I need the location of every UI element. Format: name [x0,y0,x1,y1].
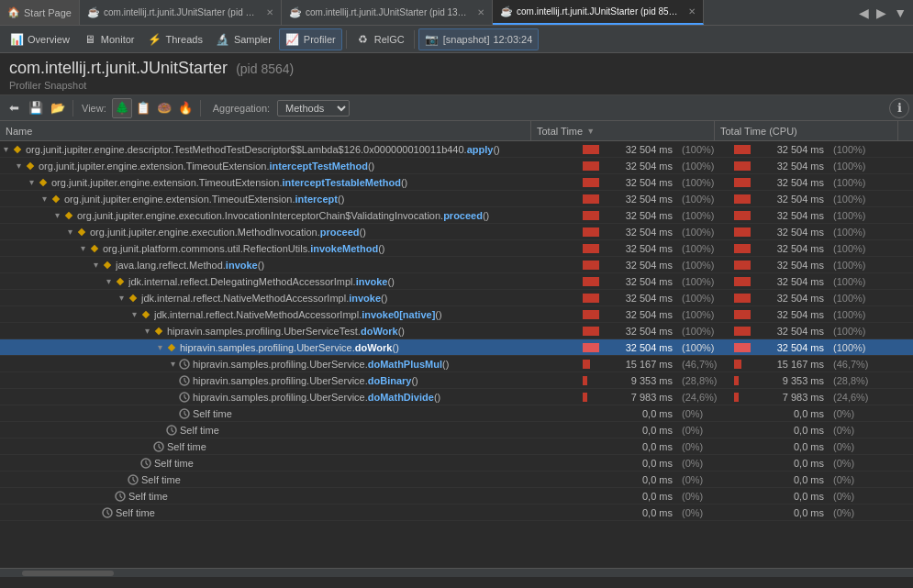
tree-toggle[interactable]: ▾ [116,293,127,304]
table-row[interactable]: ▾hipravin.samples.profiling.UberServiceT… [0,323,913,339]
tab-pid996[interactable]: ☕ com.intellij.rt.junit.JUnitStarter (pi… [80,0,282,25]
total-time: 32 504 ms [605,177,678,188]
tree-toggle[interactable]: ▾ [90,260,101,271]
cpu-bar-fill [734,294,751,303]
svg-line-27 [172,430,173,432]
cpu-time: 32 504 ms [756,144,829,155]
horizontal-scrollbar[interactable] [0,568,913,577]
relgc-button[interactable]: ♻ RelGC [351,28,410,50]
table-row[interactable]: ▾org.junit.jupiter.engine.execution.Meth… [0,224,913,240]
tree-toggle[interactable]: ▾ [26,177,37,188]
total-time: 32 504 ms [605,309,678,320]
table-row[interactable]: Self time0,0 ms(0%)0,0 ms(0%) [0,405,913,422]
profiler-button[interactable]: 📈 Profiler [279,28,342,50]
table-row[interactable]: Self time0,0 ms(0%)0,0 ms(0%) [0,455,913,472]
tree-toggle[interactable]: ▾ [167,359,178,370]
table-row[interactable]: Self time0,0 ms(0%)0,0 ms(0%) [0,422,913,438]
table-row[interactable]: Self time0,0 ms(0%)0,0 ms(0%) [0,438,913,455]
monitor-button[interactable]: 🖥 Monitor [77,28,140,50]
tab-pid13296-close[interactable]: ✕ [477,7,484,17]
svg-rect-3 [52,194,60,202]
method-name: jdk.internal.reflect.NativeMethodAccesso… [154,309,442,320]
table-row[interactable]: ▾org.junit.jupiter.engine.extension.Time… [0,158,913,174]
time-section: 32 504 ms(100%)32 504 ms(100%) [583,326,913,337]
main-content: Name Total Time ▼ Total Time (CPU) ▾org.… [0,121,913,577]
cell-name: ▾java.lang.reflect.Method.invoke() [0,259,583,272]
table-row[interactable]: hipravin.samples.profiling.UberService.d… [0,372,913,389]
profiler-label: Profiler [304,34,336,45]
method-icon [152,325,165,338]
table-row[interactable]: ▾hipravin.samples.profiling.UberService.… [0,356,913,372]
cpu-bar-cell [734,360,756,369]
threads-button[interactable]: ⚡ Threads [142,28,208,50]
tab-start[interactable]: 🏠 Start Page [0,0,80,25]
bar-fill [583,294,599,303]
table-row[interactable]: ▾org.junit.jupiter.engine.execution.Invo… [0,207,913,224]
java-icon-3: ☕ [500,6,513,17]
cpu-bar-cell [734,277,756,286]
table-row[interactable]: Self time0,0 ms(0%)0,0 ms(0%) [0,505,913,521]
tree-toggle[interactable]: ▾ [154,342,165,353]
toolbar-sep-1 [346,30,347,49]
cpu-bar-cell [734,261,756,270]
tab-pid8564-close[interactable]: ✕ [688,6,696,17]
stb-btn-save[interactable]: 💾 [26,98,46,118]
java-icon-1: ☕ [87,6,100,18]
table-row[interactable]: hipravin.samples.profiling.UberService.d… [0,389,913,405]
tab-pid8564-label: com.intellij.rt.junit.JUnitStarter (pid … [517,6,681,17]
table-row[interactable]: ▾org.junit.jupiter.engine.extension.Time… [0,191,913,207]
table-row[interactable]: Self time0,0 ms(0%)0,0 ms(0%) [0,488,913,505]
scrollbar-thumb[interactable] [22,571,114,576]
stb-right: ℹ [889,98,909,118]
table-row[interactable]: ▾hipravin.samples.profiling.UberService.… [0,339,913,356]
tab-nav-right[interactable]: ▶ [874,4,889,22]
overview-button[interactable]: 📊 Overview [4,28,75,50]
table-row[interactable]: ▾jdk.internal.reflect.NativeMethodAccess… [0,306,913,323]
tree-toggle[interactable]: ▾ [13,161,24,172]
tree-toggle[interactable]: ▾ [77,243,88,254]
col-totaltime[interactable]: Total Time ▼ [531,121,715,140]
tab-pid13296[interactable]: ☕ com.intellij.rt.junit.JUnitStarter (pi… [282,0,493,25]
aggregation-dropdown[interactable]: Methods Classes Packages [277,100,350,116]
svg-line-42 [107,513,109,515]
info-button[interactable]: ℹ [889,98,909,118]
tree-toggle[interactable]: ▾ [51,210,62,221]
bar-fill [583,360,590,369]
table-row[interactable]: ▾jdk.internal.reflect.NativeMethodAccess… [0,290,913,306]
view-sunburst[interactable]: 🍩 [154,98,174,118]
view-flame[interactable]: 🔥 [175,98,195,118]
stb-btn-1[interactable]: ⬅ [4,98,24,118]
tree-toggle[interactable]: ▾ [128,309,139,320]
table-body[interactable]: ▾org.junit.jupiter.engine.descriptor.Tes… [0,141,913,568]
table-row[interactable]: ▾java.lang.reflect.Method.invoke()32 504… [0,257,913,273]
method-icon [24,160,37,172]
sampler-button[interactable]: 🔬 Sampler [210,28,277,50]
total-pct: (100%) [678,293,733,304]
tree-toggle[interactable]: ▾ [141,326,152,337]
view-tree[interactable]: 🌲 [112,98,132,118]
table-row[interactable]: ▾org.junit.platform.commons.util.Reflect… [0,240,913,257]
tree-toggle[interactable]: ▾ [0,144,11,155]
tab-pid996-close[interactable]: ✕ [266,7,273,17]
table-row[interactable]: ▾org.junit.jupiter.engine.descriptor.Tes… [0,141,913,158]
view-table[interactable]: 📋 [133,98,153,118]
clock-icon [101,506,114,519]
tree-toggle[interactable]: ▾ [103,276,114,287]
cell-name: ▾org.junit.jupiter.engine.extension.Time… [0,193,583,205]
cpu-pct: (0%) [829,491,885,502]
tab-nav-down[interactable]: ▼ [891,4,909,22]
cpu-pct: (100%) [829,210,885,221]
snapshot-button[interactable]: 📷 [snapshot] 12:03:24 [418,28,540,50]
total-pct: (100%) [678,309,733,320]
total-pct: (100%) [678,177,733,188]
tab-nav-left[interactable]: ◀ [856,4,872,22]
tree-toggle[interactable]: ▾ [39,194,50,205]
tab-pid8564[interactable]: ☕ com.intellij.rt.junit.JUnitStarter (pi… [493,0,704,25]
table-row[interactable]: ▾org.junit.jupiter.engine.extension.Time… [0,174,913,191]
col-cputime[interactable]: Total Time (CPU) [715,121,898,140]
bar-cell [583,227,605,237]
stb-btn-open[interactable]: 📂 [48,98,68,118]
tree-toggle[interactable]: ▾ [64,227,75,238]
table-row[interactable]: Self time0,0 ms(0%)0,0 ms(0%) [0,472,913,488]
table-row[interactable]: ▾jdk.internal.reflect.DelegatingMethodAc… [0,273,913,290]
